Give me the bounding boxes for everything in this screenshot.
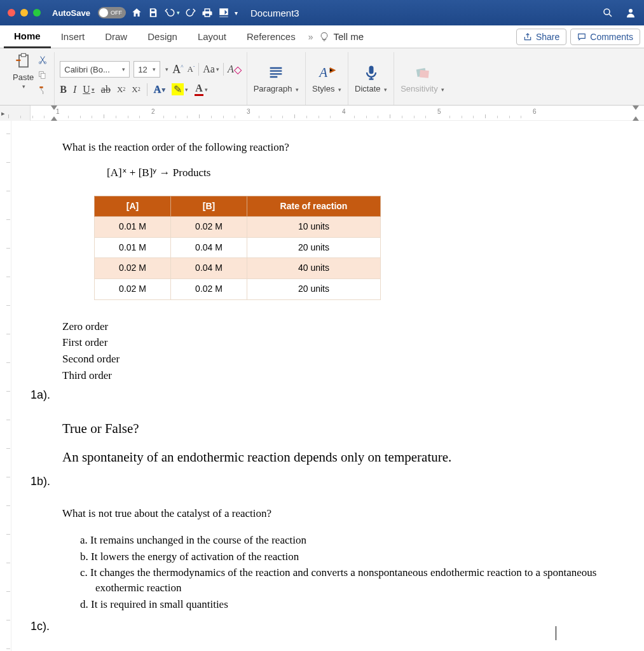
shrink-font-button[interactable]: Aˇ: [187, 64, 195, 74]
ruler-mark: 4: [342, 108, 346, 115]
font-color-button[interactable]: A▾: [195, 83, 208, 96]
italic-button[interactable]: I: [73, 84, 76, 95]
grow-font-button[interactable]: A^: [172, 63, 183, 76]
document-area: What is the reaction order of the follow…: [0, 121, 644, 651]
reaction-data-table: [A] [B] Rate of reaction 0.01 M0.02 M10 …: [94, 196, 381, 300]
underline-button[interactable]: U▾: [83, 84, 95, 95]
sensitivity-button[interactable]: Sensitivity ▾: [401, 64, 444, 93]
label-1c: 1c).: [31, 619, 619, 634]
dictate-button[interactable]: Dictate ▾: [355, 64, 387, 93]
undo-icon[interactable]: ▾: [164, 7, 180, 18]
table-cell: 0.02 M: [171, 278, 247, 299]
cut-icon[interactable]: [38, 55, 48, 65]
table-row: 0.02 M0.04 M40 units: [95, 258, 381, 279]
table-cell: 0.02 M: [95, 278, 171, 299]
question-3-options: a. It remains unchanged in the course of…: [80, 533, 619, 612]
toggle-knob: [99, 8, 108, 17]
clipboard-icon: [15, 52, 32, 70]
paragraph-group: Paragraph ▾: [247, 52, 306, 105]
svg-rect-9: [369, 66, 373, 74]
save-icon[interactable]: [147, 7, 159, 18]
subscript-button[interactable]: X2: [117, 85, 125, 95]
paragraph-button[interactable]: Paragraph ▾: [254, 64, 299, 93]
tabs-overflow[interactable]: »: [308, 32, 313, 42]
ruler-mark: 3: [247, 108, 250, 115]
comments-button[interactable]: Comments: [570, 29, 640, 45]
table-header-b: [B]: [171, 196, 247, 217]
print-icon[interactable]: [202, 7, 213, 18]
copy-icon[interactable]: [38, 70, 48, 80]
table-cell: 0.01 M: [95, 237, 171, 258]
table-cell: 10 units: [247, 217, 381, 238]
question-1-options: Zero order First order Second order Thir…: [62, 319, 619, 383]
tab-layout[interactable]: Layout: [188, 25, 236, 48]
table-cell: 0.02 M: [95, 258, 171, 279]
table-cell: 0.04 M: [171, 258, 247, 279]
label-1b: 1b).: [31, 474, 619, 490]
true-false-statement: An spontaneity of an endothermic reactio…: [62, 448, 619, 467]
account-icon[interactable]: [625, 7, 636, 18]
svg-rect-7: [41, 73, 46, 78]
tab-insert[interactable]: Insert: [51, 25, 95, 48]
home-icon[interactable]: [131, 7, 142, 18]
share-button[interactable]: Share: [516, 29, 566, 45]
svg-rect-3: [21, 53, 25, 57]
document-title: Document3: [250, 8, 299, 18]
option-zero: Zero order: [62, 319, 619, 334]
maximize-window-icon[interactable]: [33, 9, 41, 17]
minimize-window-icon[interactable]: [20, 9, 28, 17]
text-effects-button[interactable]: A▾: [154, 84, 166, 95]
superscript-button[interactable]: X2: [132, 85, 140, 95]
option-third: Third order: [62, 368, 619, 383]
font-group: Calibri (Bo...▾ 12▾ ▾ A^ Aˇ Aa▾ A◇ B I U…: [55, 52, 247, 105]
tab-draw[interactable]: Draw: [95, 25, 137, 48]
tab-home[interactable]: Home: [4, 25, 51, 48]
document-page[interactable]: What is the reaction order of the follow…: [11, 121, 644, 651]
paste-dropdown[interactable]: ▾: [22, 83, 25, 90]
title-bar: AutoSave OFF ▾ ▾ Document3: [0, 0, 644, 25]
ribbon: Paste ▾ Calibri (Bo...▾ 12▾ ▾ A^ Aˇ Aa▾ …: [0, 48, 644, 106]
touch-mode-icon[interactable]: [218, 7, 230, 18]
vertical-ruler[interactable]: [0, 121, 11, 651]
bold-button[interactable]: B: [60, 84, 67, 95]
autosave-toggle[interactable]: OFF: [98, 7, 126, 18]
format-painter-icon[interactable]: [38, 85, 48, 95]
mc-option: b. It lowers the energy of activation of…: [80, 549, 619, 565]
label-1a: 1a).: [31, 387, 619, 403]
tell-me-search[interactable]: Tell me: [319, 31, 364, 42]
question-3-prompt: What is not true about the catalyst of a…: [62, 506, 619, 521]
tab-selector-icon[interactable]: ▸: [1, 109, 5, 118]
change-case-button[interactable]: Aa▾: [203, 64, 219, 75]
customize-qat-icon[interactable]: ▾: [235, 10, 238, 17]
styles-button[interactable]: A Styles ▾: [312, 64, 341, 93]
option-second: Second order: [62, 352, 619, 367]
sensitivity-icon: [414, 64, 432, 81]
microphone-icon: [362, 64, 380, 81]
true-false-heading: True or False?: [62, 420, 619, 438]
horizontal-ruler[interactable]: ▸ 123456: [0, 106, 644, 121]
svg-text:A: A: [318, 65, 327, 80]
clipboard-group: Paste ▾: [6, 52, 55, 105]
font-name-combo[interactable]: Calibri (Bo...▾: [60, 61, 130, 78]
paste-button[interactable]: Paste: [13, 52, 34, 82]
clear-formatting-button[interactable]: A◇: [228, 64, 242, 76]
ruler-mark: 2: [151, 108, 155, 115]
table-row: 0.02 M0.02 M20 units: [95, 278, 381, 299]
tab-design[interactable]: Design: [137, 25, 188, 48]
autosave-label: AutoSave: [52, 8, 90, 18]
dictate-group: Dictate ▾: [348, 52, 394, 105]
option-first: First order: [62, 335, 619, 350]
strikethrough-button[interactable]: ab: [101, 84, 111, 95]
svg-point-1: [629, 9, 633, 13]
close-window-icon[interactable]: [8, 9, 15, 17]
font-size-dropdown[interactable]: ▾: [165, 66, 168, 72]
mc-option: c. It changes the thermodynamics of the …: [80, 565, 619, 596]
search-icon[interactable]: [602, 7, 613, 18]
redo-icon[interactable]: [185, 7, 196, 18]
table-cell: 0.04 M: [171, 237, 247, 258]
table-row: 0.01 M0.02 M10 units: [95, 217, 381, 238]
highlight-button[interactable]: ✎▾: [172, 83, 188, 95]
font-size-combo[interactable]: 12▾: [134, 61, 160, 78]
tab-references[interactable]: References: [236, 25, 306, 48]
comment-icon: [577, 32, 586, 41]
